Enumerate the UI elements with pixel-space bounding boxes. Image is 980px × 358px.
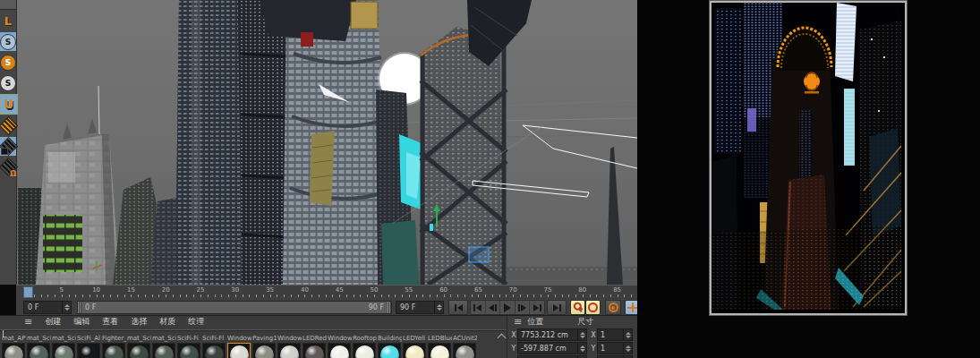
material-sphere — [4, 345, 23, 358]
material-item[interactable]: SciFi-Fl — [202, 335, 227, 358]
material-menu-bar: ≡ 创建编辑查看选择材质纹理 — [0, 316, 507, 328]
goto-end-button[interactable] — [547, 300, 567, 315]
next-key-button[interactable] — [530, 301, 544, 314]
material-thumbnail[interactable] — [102, 343, 125, 358]
keyframe-selection-button[interactable] — [605, 300, 621, 315]
material-item[interactable]: SciFi_Al — [77, 335, 102, 358]
position-y-field[interactable]: -597.887 cm — [517, 342, 587, 354]
previous-key-button[interactable] — [471, 301, 486, 314]
material-menu-item-0[interactable]: 创建 — [45, 316, 61, 328]
material-name: ACUnit2 — [453, 335, 477, 342]
material-thumbnail[interactable] — [428, 343, 451, 358]
material-item[interactable]: LEDYell — [403, 335, 428, 358]
material-name: mat_Sci — [152, 335, 176, 342]
material-thumbnail[interactable] — [27, 343, 50, 358]
play-forward-button[interactable] — [500, 301, 516, 314]
material-item[interactable]: Window — [328, 335, 353, 358]
material-menu-item-3[interactable]: 选择 — [131, 316, 147, 328]
spinner[interactable] — [577, 343, 586, 354]
material-menu-item-4[interactable]: 材质 — [159, 316, 175, 328]
model-mode-icon[interactable]: S — [0, 32, 16, 51]
material-item[interactable]: Paving1 — [252, 335, 277, 358]
autokeying-button[interactable] — [585, 300, 601, 315]
enable-axis-icon[interactable]: L — [0, 12, 16, 30]
material-item[interactable]: Fighter_ — [102, 335, 127, 358]
range-end-handle[interactable] — [388, 302, 391, 313]
end-frame-field[interactable]: 90 F — [396, 301, 444, 314]
menu-burger-icon[interactable]: ≡ — [24, 316, 32, 328]
spinner[interactable] — [623, 343, 632, 354]
coords-burger-icon[interactable]: ≡ — [514, 316, 522, 328]
material-thumbnail[interactable] — [227, 343, 251, 358]
material-thumbnail[interactable] — [202, 343, 226, 358]
key-icon — [570, 300, 584, 314]
material-item[interactable]: Building — [378, 335, 403, 358]
material-thumbnail[interactable] — [403, 343, 426, 358]
material-thumbnail[interactable] — [277, 343, 301, 358]
ruler-tick-50: 50 — [371, 286, 379, 294]
material-item[interactable]: SciFi-Fi — [177, 335, 202, 358]
material-thumbnail[interactable] — [453, 343, 476, 358]
material-item[interactable]: Window — [227, 335, 252, 358]
size-x-field[interactable]: 1 — [597, 328, 633, 341]
material-thumbnail[interactable] — [77, 343, 100, 358]
material-thumbnail[interactable] — [2, 343, 25, 358]
material-thumbnail[interactable] — [177, 343, 200, 358]
material-item[interactable]: mat_Sci — [52, 335, 77, 358]
goto-start-button[interactable] — [448, 300, 468, 315]
material-thumbnail[interactable] — [152, 343, 175, 358]
material-thumbnail[interactable] — [52, 343, 75, 358]
range-start-handle[interactable] — [78, 302, 81, 313]
ruler-tick-30: 30 — [231, 286, 239, 294]
material-item[interactable]: LEDBlue — [428, 335, 453, 358]
material-item[interactable]: Rooftop — [353, 335, 378, 358]
preview-range-slider[interactable]: 0 F 90 F — [77, 301, 392, 314]
material-thumbnail[interactable] — [328, 343, 351, 358]
previous-frame-button[interactable] — [486, 301, 501, 314]
move-icon — [627, 303, 637, 312]
selected-object-highlight — [469, 247, 489, 262]
spinner[interactable] — [623, 329, 632, 340]
material-item[interactable]: mat_Sci — [152, 335, 177, 358]
material-thumbnail[interactable] — [127, 343, 150, 358]
end-frame-spinner[interactable] — [434, 302, 443, 313]
current-frame-field[interactable]: 0 F — [23, 301, 72, 314]
material-item[interactable]: ACUnit2 — [453, 335, 478, 358]
material-item[interactable]: mat_Sci — [27, 335, 52, 358]
material-name: Rooftop — [353, 335, 377, 342]
material-thumbnail[interactable] — [378, 343, 401, 358]
timeline-ruler[interactable]: 0510152025303540455055606570758085 — [16, 285, 637, 299]
material-item[interactable]: mat_Sci — [127, 335, 152, 358]
material-menu-item-1[interactable]: 编辑 — [73, 316, 89, 328]
material-thumbnail[interactable] — [303, 343, 326, 358]
make-editable-icon[interactable] — [0, 0, 16, 10]
object-mode-icon[interactable]: S — [0, 53, 16, 72]
material-menu-item-2[interactable]: 查看 — [102, 316, 118, 328]
render-image-frame — [710, 1, 907, 315]
next-frame-button[interactable] — [516, 301, 531, 314]
material-sphere — [130, 345, 149, 358]
material-thumbnail[interactable] — [252, 343, 276, 358]
material-menu-item-5[interactable]: 纹理 — [188, 316, 204, 328]
material-sphere — [205, 345, 224, 358]
material-item[interactable]: Window — [277, 335, 303, 358]
position-x-field[interactable]: 7753.212 cm — [517, 328, 587, 341]
material-thumbnail[interactable] — [353, 343, 376, 358]
points-mode-icon[interactable] — [0, 116, 16, 135]
timeline-playhead[interactable] — [23, 286, 33, 298]
size-y-field[interactable]: 1 — [597, 342, 633, 354]
material-manager: ≡ 创建编辑查看选择材质纹理 mat_APmat_Scimat_SciSciFi… — [0, 315, 507, 358]
ruler-tick-75: 75 — [544, 286, 552, 294]
material-item[interactable]: mat_AP — [2, 335, 27, 358]
viewport[interactable] — [16, 0, 637, 285]
polygons-mode-icon[interactable] — [0, 158, 16, 176]
snapping-icon[interactable]: U — [0, 94, 18, 115]
current-frame-spinner[interactable] — [62, 302, 71, 313]
texture-mode-icon[interactable]: S — [0, 73, 16, 92]
spinner[interactable] — [577, 329, 586, 340]
record-active-objects-button[interactable] — [570, 300, 585, 315]
edges-mode-icon[interactable] — [0, 137, 16, 156]
panel-collapse-chevron-icon[interactable] — [498, 333, 507, 340]
material-item[interactable]: LEDRed — [303, 335, 328, 358]
material-sphere — [456, 345, 474, 358]
